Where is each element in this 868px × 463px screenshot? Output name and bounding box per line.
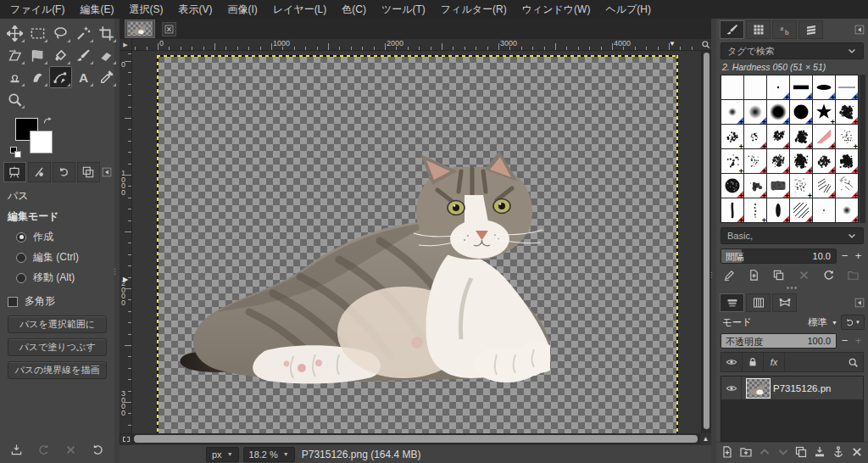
tool-paintbrush[interactable] — [72, 44, 95, 66]
visibility-toggle[interactable] — [721, 353, 743, 371]
tool-gradient[interactable] — [26, 44, 49, 66]
brush-cell-hatchx[interactable]: + — [813, 174, 835, 198]
radio-icon[interactable] — [16, 253, 26, 263]
layer-name[interactable]: P7315126.pn — [773, 383, 831, 393]
tool-paths[interactable] — [49, 66, 72, 88]
panel-menu-button[interactable] — [854, 298, 865, 309]
brush-cell-blank[interactable] — [744, 75, 766, 99]
horizontal-scrollbar-thumb[interactable] — [134, 435, 698, 443]
vertical-scrollbar-thumb[interactable] — [704, 53, 709, 429]
horizontal-scrollbar[interactable] — [132, 433, 700, 444]
brush-cell-splat4[interactable]: + — [790, 149, 812, 173]
tool-unified-transform[interactable] — [3, 44, 26, 66]
lock-pixels-toggle[interactable] — [743, 353, 764, 371]
tab-layers[interactable] — [720, 293, 744, 312]
duplicate-brush-button[interactable] — [772, 269, 785, 284]
tab-gradients[interactable] — [798, 20, 823, 39]
brush-cell-splat3[interactable]: + — [813, 149, 835, 173]
brush-cell-bar[interactable]: + — [790, 75, 812, 99]
new-layer-button[interactable] — [721, 445, 734, 461]
brush-cell-cells[interactable]: + — [744, 174, 766, 198]
brush-cell-vstroke[interactable]: + — [721, 198, 743, 222]
duplicate-layer-button[interactable] — [794, 445, 808, 461]
brush-cell-ellipse[interactable]: + — [813, 75, 835, 99]
image-tab[interactable] — [125, 20, 155, 38]
edit-mode-radio-2[interactable]: 移動 (Alt) — [16, 271, 107, 285]
horizontal-ruler[interactable]: 01000200030004000▼ — [132, 39, 700, 51]
brush-cell-wedge[interactable]: + — [813, 125, 835, 148]
layer-mode-select[interactable]: 標準 ▼ — [808, 316, 837, 329]
brush-cell-splat3[interactable]: + — [767, 149, 789, 173]
menu-i[interactable]: 画像(I) — [220, 0, 264, 19]
close-tab-button[interactable] — [162, 22, 176, 36]
edit-mode-radio-0[interactable]: 作成 — [16, 230, 107, 244]
layer-effects-button[interactable]: fx — [764, 353, 785, 371]
swap-colors-icon[interactable] — [42, 116, 53, 127]
brush-cell-disc[interactable]: + — [790, 100, 812, 124]
tool-fuzzy-select[interactable] — [72, 22, 95, 44]
tool-zoom[interactable] — [3, 88, 26, 110]
tool-clone[interactable] — [3, 66, 26, 88]
dock-splitter-handle[interactable]: ••• — [716, 286, 868, 292]
tool-rectangle-select[interactable] — [26, 22, 49, 44]
dock-resize-handle[interactable]: ⋮ — [111, 270, 119, 273]
radio-icon[interactable] — [16, 232, 26, 243]
edit-mode-radio-1[interactable]: 編集 (Ctrl) — [16, 250, 107, 265]
brush-cell-soft1[interactable]: + — [721, 100, 743, 124]
opacity-increase-button[interactable]: + — [853, 334, 864, 348]
tool-free-select[interactable] — [49, 22, 72, 44]
polygon-checkbox-row[interactable]: 多角形 — [8, 294, 107, 309]
menu-f[interactable]: ファイル(F) — [3, 0, 72, 19]
brush-cell-specks[interactable]: + — [721, 149, 743, 173]
dock-tab-tool-options[interactable] — [3, 162, 26, 182]
menu-s[interactable]: 選択(S) — [121, 0, 170, 19]
brush-cell-soft2[interactable]: + — [744, 100, 766, 124]
brush-cell-soft1[interactable]: + — [836, 198, 858, 222]
brush-cell-scratch[interactable]: + — [836, 174, 858, 198]
panel-menu-button[interactable] — [854, 25, 865, 36]
delete-layer-button[interactable] — [850, 445, 864, 461]
dock-tab-undo-history[interactable] — [53, 162, 75, 182]
new-layer-group-button[interactable] — [739, 445, 753, 461]
brush-cell-dots[interactable]: + — [744, 149, 766, 173]
image-canvas[interactable] — [158, 56, 677, 433]
vertical-ruler[interactable]: 0100020003000▶ — [120, 51, 132, 433]
unit-select[interactable]: px▼ — [206, 447, 239, 462]
tool-smudge[interactable] — [26, 66, 49, 88]
reset-tool-options-button[interactable] — [92, 443, 104, 459]
tool-crop[interactable] — [95, 22, 118, 44]
brush-cell-splat1[interactable]: + — [744, 125, 766, 148]
opacity-slider[interactable]: 不透明度 100.0 — [721, 333, 837, 349]
background-color-swatch[interactable] — [30, 131, 53, 153]
panel-menu-button[interactable] — [102, 167, 112, 178]
layer-search-button[interactable] — [843, 353, 863, 371]
tool-move[interactable] — [3, 22, 26, 44]
polygon-checkbox[interactable] — [8, 297, 18, 307]
menu-t[interactable]: ツール(T) — [374, 0, 433, 19]
path-action-button-0[interactable]: パスを選択範囲に — [8, 315, 107, 333]
brush-cell-dot[interactable]: + — [767, 75, 789, 99]
brush-grid-scrollbar[interactable] — [860, 75, 865, 223]
quick-mask-button[interactable] — [120, 433, 132, 444]
vertical-scrollbar[interactable] — [701, 51, 711, 433]
brush-cell-splat4[interactable]: + — [836, 149, 858, 173]
brush-cell-splat4[interactable]: + — [836, 100, 858, 124]
brush-cell-smear[interactable]: + — [767, 174, 789, 198]
menu-r[interactable]: フィルター(R) — [433, 0, 515, 19]
brush-cell-dot2[interactable] — [813, 198, 835, 222]
spacing-slider[interactable]: 間隔 10.0 — [721, 248, 837, 264]
spacing-decrease-button[interactable]: − — [839, 249, 850, 263]
tool-eraser[interactable] — [95, 44, 118, 66]
tab-brushes[interactable] — [720, 20, 744, 39]
path-action-button-2[interactable]: パスの境界線を描画 — [8, 361, 107, 379]
brush-cell-line[interactable]: + — [836, 75, 858, 99]
navigation-button[interactable]: ▲ — [700, 433, 711, 444]
radio-icon[interactable] — [16, 273, 26, 283]
spacing-increase-button[interactable]: + — [853, 249, 864, 263]
merge-down-button[interactable] — [813, 445, 826, 461]
brush-cell-blank[interactable] — [721, 75, 743, 99]
brush-cell-splat2[interactable]: + — [721, 125, 743, 148]
brush-tag-search[interactable]: タグで検索 — [721, 42, 864, 59]
brush-cell-splat3[interactable]: + — [767, 125, 789, 148]
menu-h[interactable]: ヘルプ(H) — [598, 0, 659, 19]
